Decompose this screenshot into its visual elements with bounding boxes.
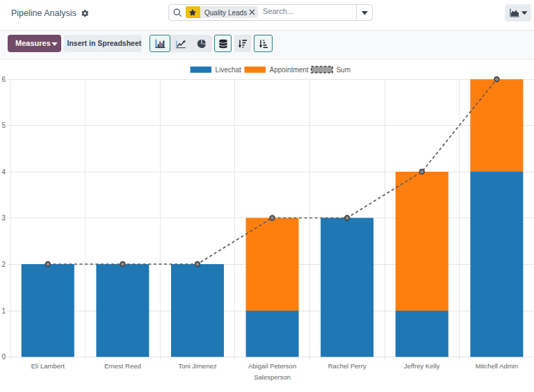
svg-text:Appointment: Appointment — [270, 66, 309, 74]
svg-text:Eli Lambert: Eli Lambert — [31, 362, 65, 370]
svg-text:1: 1 — [1, 307, 6, 315]
svg-text:6: 6 — [1, 76, 6, 83]
svg-text:Rachel Perry: Rachel Perry — [328, 362, 366, 370]
svg-text:3: 3 — [1, 214, 6, 222]
svg-text:Toni Jimenez: Toni Jimenez — [178, 362, 217, 370]
svg-text:Sum: Sum — [337, 66, 351, 74]
svg-text:Abigail Peterson: Abigail Peterson — [248, 362, 296, 370]
svg-text:Salesperson: Salesperson — [254, 373, 291, 381]
svg-text:Jeffrey Kelly: Jeffrey Kelly — [404, 362, 440, 370]
svg-text:Livechat: Livechat — [216, 66, 241, 74]
svg-text:Ernest Reed: Ernest Reed — [104, 362, 141, 370]
svg-text:4: 4 — [1, 168, 6, 176]
svg-text:0: 0 — [1, 353, 6, 361]
svg-text:Mitchell Admin: Mitchell Admin — [476, 362, 518, 370]
svg-text:2: 2 — [1, 261, 6, 268]
svg-text:5: 5 — [1, 122, 6, 129]
